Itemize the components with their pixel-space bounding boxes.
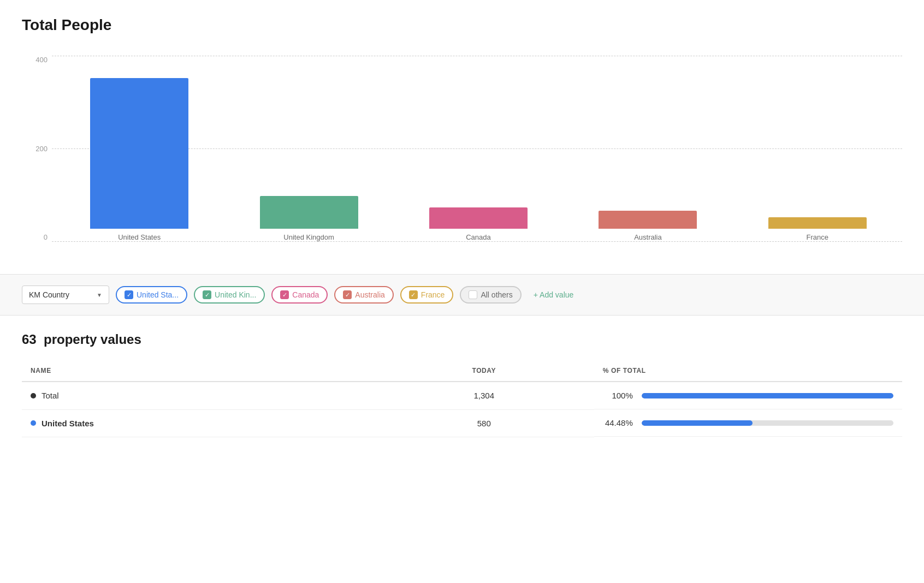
y-label-200: 200	[35, 145, 48, 153]
bar-australia[interactable]	[599, 211, 697, 229]
dropdown-arrow-icon: ▼	[97, 292, 102, 298]
row-name-1: United States	[42, 419, 94, 428]
property-label: property values	[44, 332, 141, 347]
row-today-1: 580	[374, 409, 594, 437]
bar-group-2: Canada	[394, 56, 563, 241]
table-summary: 63 property values	[22, 332, 902, 347]
table-header-row: NAME TODAY % OF TOTAL	[22, 360, 902, 382]
filter-chip-3[interactable]: ✓Australia	[334, 286, 393, 304]
property-count: 63	[22, 332, 37, 347]
bar-france[interactable]	[768, 217, 867, 229]
row-name-0: Total	[42, 391, 59, 400]
chip-label-3: Australia	[355, 290, 384, 299]
row-dot-0	[31, 393, 36, 398]
bar-label-3: Australia	[634, 233, 662, 241]
table-row: United States58044.48%	[22, 409, 902, 437]
row-dot-1	[31, 420, 36, 426]
row-today-0: 1,304	[374, 382, 594, 409]
bar-group-1: United Kingdom	[224, 56, 393, 241]
row-pct-cell-1: 44.48%	[594, 409, 902, 437]
bar-group-0: United States	[55, 56, 224, 241]
row-pct-cell-0: 100%	[594, 382, 902, 409]
chip-checkbox-1: ✓	[203, 290, 211, 299]
table-section: 63 property values NAME TODAY % OF TOTAL…	[0, 316, 924, 454]
bar-canada[interactable]	[429, 207, 528, 229]
chip-label-5: All others	[481, 290, 512, 299]
filter-chip-4[interactable]: ✓France	[400, 286, 454, 304]
page: Total People 400 200 0 United StatesUnit…	[0, 0, 924, 583]
bar-group-3: Australia	[563, 56, 732, 241]
bar-label-1: United Kingdom	[283, 233, 334, 241]
chip-checkbox-3: ✓	[343, 290, 352, 299]
filter-section: KM Country ▼ ✓United Sta...✓United Kin..…	[0, 275, 924, 316]
chip-label-4: France	[421, 290, 445, 299]
name-cell-0: Total	[31, 391, 365, 400]
add-value-button[interactable]: + Add value	[528, 287, 579, 302]
dropdown-label: KM Country	[29, 290, 69, 299]
chip-checkbox-4: ✓	[409, 290, 418, 299]
bar-united-kingdom[interactable]	[260, 196, 358, 229]
bar-label-0: United States	[118, 233, 161, 241]
data-table: NAME TODAY % OF TOTAL Total1,304100%Unit…	[22, 360, 902, 437]
chip-label-1: United Kin...	[215, 290, 256, 299]
y-label-400: 400	[35, 56, 48, 64]
progress-bar-bg-1	[642, 420, 893, 426]
filter-chip-2[interactable]: ✓Canada	[271, 286, 328, 304]
row-pct-0: 100%	[603, 391, 633, 400]
chip-checkbox-0: ✓	[125, 290, 133, 299]
page-title: Total People	[22, 16, 902, 34]
chip-label-0: United Sta...	[137, 290, 179, 299]
bar-group-4: France	[733, 56, 902, 241]
bar-label-4: France	[807, 233, 828, 241]
chip-label-2: Canada	[292, 290, 319, 299]
progress-bar-fill-0	[642, 393, 893, 398]
filter-chips: ✓United Sta...✓United Kin...✓Canada✓Aust…	[116, 286, 522, 304]
bar-label-2: Canada	[466, 233, 491, 241]
progress-bar-fill-1	[642, 420, 753, 426]
col-today: TODAY	[374, 360, 594, 382]
y-label-0: 0	[44, 233, 48, 241]
name-cell-1: United States	[31, 419, 365, 428]
filter-chip-0[interactable]: ✓United Sta...	[116, 286, 187, 304]
chart-section: Total People 400 200 0 United StatesUnit…	[0, 0, 924, 275]
country-dropdown[interactable]: KM Country ▼	[22, 285, 109, 304]
table-row: Total1,304100%	[22, 382, 902, 409]
filter-chip-1[interactable]: ✓United Kin...	[194, 286, 265, 304]
col-name: NAME	[22, 360, 374, 382]
y-axis: 400 200 0	[22, 56, 52, 241]
chart-area: 400 200 0 United StatesUnited KingdomCan…	[22, 56, 902, 263]
filter-chip-5[interactable]: All others	[460, 286, 521, 304]
progress-bar-bg-0	[642, 393, 893, 398]
chip-checkbox-5	[469, 290, 477, 299]
row-pct-1: 44.48%	[603, 418, 633, 427]
bars-container: United StatesUnited KingdomCanadaAustral…	[55, 56, 902, 263]
table-body: Total1,304100%United States58044.48%	[22, 382, 902, 437]
chip-checkbox-2: ✓	[280, 290, 289, 299]
bar-united-states[interactable]	[90, 78, 188, 229]
col-pct: % OF TOTAL	[594, 360, 902, 382]
